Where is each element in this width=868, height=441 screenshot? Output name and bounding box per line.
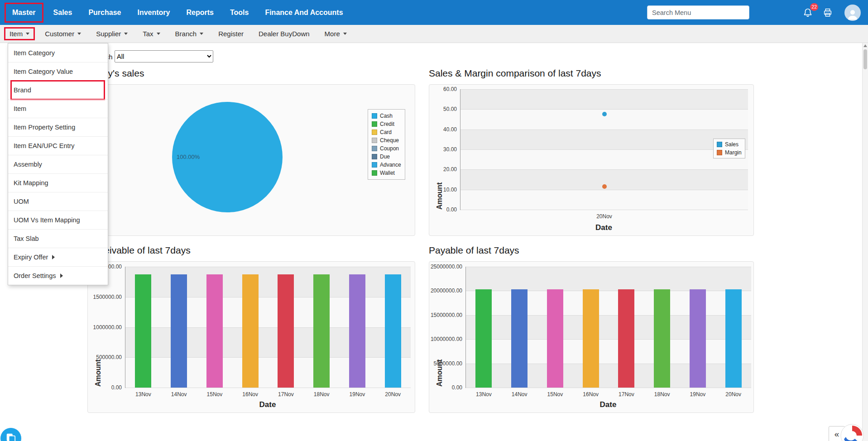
dropdown-item-item-category-value[interactable]: Item Category Value [8, 62, 108, 81]
legend-label: Cash [380, 113, 393, 119]
nav-item-purchase[interactable]: Purchase [80, 0, 129, 25]
legend-label: Wallet [380, 170, 395, 176]
dropdown-item-uom[interactable]: UOM [8, 192, 108, 211]
legend-label: Coupon [380, 146, 399, 151]
print-button[interactable] [823, 8, 833, 18]
x-tick-label: 13Nov [129, 391, 157, 398]
y-tick-label: 30.00 [421, 146, 457, 153]
dropdown-item-assembly[interactable]: Assembly [8, 155, 108, 173]
menu-item-dealer-buydown[interactable]: Dealer BuyDown [259, 30, 310, 38]
dropdown-item-uom-vs-item-mapping[interactable]: UOM Vs Item Mapping [8, 211, 108, 229]
nav-item-tools[interactable]: Tools [222, 0, 257, 25]
scroll-up-icon[interactable] [863, 44, 867, 47]
menu-item-item[interactable]: Item [4, 27, 35, 40]
x-tick-label: 20Nov [379, 391, 407, 398]
avatar[interactable] [844, 5, 861, 21]
dropdown-item-label: Order Settings [14, 272, 56, 279]
dropdown-item-item-property-setting[interactable]: Item Property Setting [8, 118, 108, 136]
x-tick-label: 18Nov [648, 391, 676, 398]
dropdown-item-kit-mapping[interactable]: Kit Mapping [8, 173, 108, 192]
x-tick-label: 17Nov [613, 391, 640, 398]
bar-15Nov [206, 274, 223, 388]
y-tick-label: 10000000.00 [426, 336, 462, 342]
grid-band [125, 267, 411, 297]
chart-todays-sales: Today's sales 100.00% CashCreditCardCheq… [87, 68, 415, 236]
dropdown-item-label: Item [14, 105, 26, 112]
nav-item-sales[interactable]: Sales [45, 0, 81, 25]
x-axis-label: Date [125, 400, 410, 409]
dropdown-item-order-settings[interactable]: Order Settings [8, 266, 108, 285]
y-tick-label: 1000000.00 [86, 324, 122, 331]
menu-item-tax[interactable]: Tax [143, 30, 160, 38]
nav-item-inventory[interactable]: Inventory [129, 0, 178, 25]
nav-item-master[interactable]: Master [5, 3, 43, 23]
branch-select[interactable]: All [115, 50, 213, 62]
menu-item-customer[interactable]: Customer [45, 30, 81, 38]
grid-band [466, 291, 751, 315]
legend-swatch [717, 142, 722, 147]
chat-fab-button[interactable] [0, 428, 21, 441]
dropdown-item-item-category[interactable]: Item Category [8, 43, 108, 62]
dropdown-item-item[interactable]: Item [8, 99, 108, 118]
vertical-scrollbar[interactable] [862, 43, 868, 441]
legend-swatch [717, 150, 722, 155]
legend-label: Due [380, 154, 390, 159]
app-root: Master Sales Purchase Inventory Reports … [0, 0, 868, 441]
dropdown-item-label: Assembly [14, 161, 42, 168]
point-sales [602, 112, 607, 116]
dropdown-item-item-ean-upc-entry[interactable]: Item EAN/UPC Entry [8, 136, 108, 155]
menu-item-register[interactable]: Register [218, 30, 244, 38]
notification-badge: 22 [810, 3, 818, 11]
brand-logo[interactable] [840, 424, 864, 441]
scrollbar-thumb[interactable] [863, 49, 867, 69]
gridline [460, 169, 748, 170]
legend-item: Cash [372, 112, 401, 120]
y-tick-label: 5000000.00 [426, 360, 462, 367]
chart-payable: Payable of last 7days Amount 25000000.00… [429, 245, 754, 413]
chevron-down-icon [124, 33, 128, 35]
y-axis-label: Amount [436, 266, 444, 387]
grid-band [125, 297, 411, 327]
dropdown-item-tax-slab[interactable]: Tax Slab [8, 229, 108, 248]
search-input[interactable] [647, 5, 749, 19]
notifications-button[interactable]: 22 [803, 7, 813, 18]
menu-item-supplier[interactable]: Supplier [96, 30, 128, 38]
chat-document-icon [5, 432, 17, 441]
dropdown-item-label: Item Category Value [14, 68, 73, 75]
printer-icon [823, 8, 833, 18]
x-tick-label: 19Nov [344, 391, 371, 398]
menu-item-more[interactable]: More [325, 30, 347, 38]
legend-label: Credit [380, 121, 394, 127]
nav-item-reports[interactable]: Reports [178, 0, 221, 25]
menu-item-tax-label: Tax [143, 30, 153, 38]
chart-sales-margin: Sales & Margin comparison of last 7days … [429, 68, 754, 236]
grid-band [466, 364, 751, 388]
dropdown-item-brand[interactable]: Brand [8, 81, 108, 99]
bar-13Nov [475, 289, 492, 388]
menu-item-dealer-buydown-label: Dealer BuyDown [259, 30, 310, 38]
dropdown-item-label: UOM [14, 198, 29, 205]
menu-item-branch[interactable]: Branch [175, 30, 204, 38]
x-tick-label: 16Nov [237, 391, 264, 398]
legend-swatch [372, 129, 377, 135]
legend-label: Sales [725, 142, 739, 147]
y-tick-label: 500000.00 [86, 354, 122, 360]
legend-item: Card [372, 128, 401, 136]
dropdown-item-label: Item Property Setting [14, 124, 75, 131]
nav-item-finance-and-accounts[interactable]: Finance And Accounts [257, 0, 351, 25]
bar-20Nov [725, 289, 742, 388]
chart-title: Today's sales [87, 68, 415, 79]
sales-margin-panel: Amount 60.0050.0040.0030.0020.0010.000.0… [429, 84, 754, 236]
grid-band [125, 327, 411, 358]
dropdown-item-expiry-offer[interactable]: Expiry Offer [8, 248, 108, 266]
dropdown-item-label: UOM Vs Item Mapping [14, 216, 80, 224]
chart-receivable: Receivable of last 7days Amount 2000000.… [87, 245, 415, 413]
bar-17Nov [278, 274, 294, 388]
gridline [460, 149, 748, 150]
gridline [466, 364, 751, 364]
menu-bar: Item Customer Supplier Tax Branch Regist… [0, 25, 868, 43]
gridline [460, 89, 748, 90]
chevron-right-icon [60, 273, 63, 278]
bar-18Nov [313, 274, 330, 388]
legend-label: Card [380, 129, 392, 135]
